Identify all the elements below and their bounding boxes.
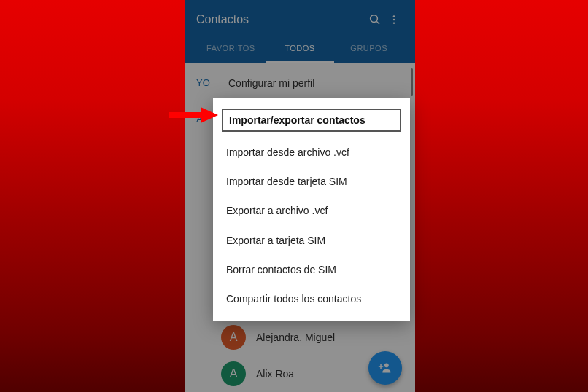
more-icon[interactable] — [384, 14, 403, 26]
svg-point-0 — [371, 15, 378, 23]
menu-item-export-sim[interactable]: Exportar a tarjeta SIM — [213, 226, 410, 255]
search-icon[interactable] — [365, 13, 384, 26]
import-export-menu: Importar/exportar contactos Importar des… — [213, 98, 410, 321]
svg-point-2 — [393, 15, 395, 17]
menu-item-delete-sim[interactable]: Borrar contactos de SIM — [213, 255, 410, 284]
add-contact-fab[interactable] — [368, 351, 402, 385]
avatar: A — [221, 325, 246, 350]
list-item[interactable]: A Alix Roa — [221, 361, 294, 386]
svg-point-3 — [393, 19, 395, 20]
svg-rect-7 — [380, 364, 381, 369]
list-item[interactable]: A Alejandra, Miguel — [221, 325, 335, 350]
app-bar: Contactos FAVORITOS TODOS GRUPOS — [185, 0, 415, 63]
menu-title: Importar/exportar contactos — [222, 109, 401, 132]
menu-item-import-vcf[interactable]: Importar desde archivo .vcf — [213, 138, 410, 167]
app-title: Contactos — [196, 13, 365, 26]
section-label-a: A — [196, 114, 203, 125]
tab-groups[interactable]: GRUPOS — [334, 36, 403, 63]
scrollbar[interactable] — [411, 68, 413, 96]
svg-line-1 — [376, 21, 379, 24]
tab-favorites[interactable]: FAVORITOS — [196, 36, 266, 63]
configure-profile[interactable]: Configurar mi perfil — [228, 77, 314, 89]
avatar: A — [221, 361, 246, 386]
menu-item-share-all[interactable]: Compartir todos los contactos — [213, 284, 410, 313]
svg-point-4 — [393, 22, 395, 23]
svg-point-5 — [384, 363, 389, 367]
tab-all[interactable]: TODOS — [266, 36, 335, 63]
add-contact-icon — [377, 360, 393, 376]
section-label-yo: YO — [196, 77, 210, 88]
menu-item-import-sim[interactable]: Importar desde tarjeta SIM — [213, 167, 410, 196]
contact-name: Alejandra, Miguel — [256, 332, 335, 343]
contact-name: Alix Roa — [256, 368, 294, 380]
menu-item-export-vcf[interactable]: Exportar a archivo .vcf — [213, 196, 410, 225]
